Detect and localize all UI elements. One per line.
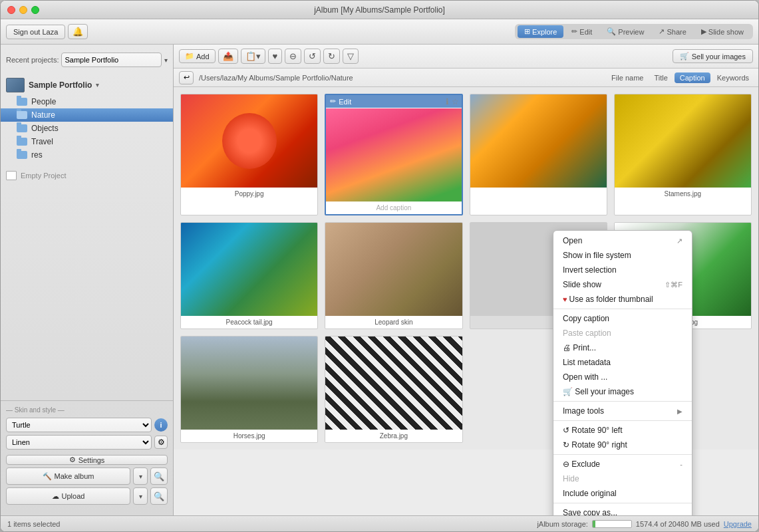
ctx-save-copy[interactable]: Save copy as... <box>553 505 692 515</box>
grid-item-tulips[interactable]: ✏ Edit ℹ ☆ Add caption <box>325 94 462 215</box>
image-zebra <box>325 336 462 430</box>
ctx-show-in-filesystem[interactable]: Show in file system <box>553 248 692 263</box>
sell-images-button[interactable]: 🛒 Sell your images <box>673 49 753 63</box>
ctx-open-with[interactable]: Open with ... <box>553 370 692 384</box>
ctx-copy-caption[interactable]: Copy caption <box>553 311 692 326</box>
meta-caption[interactable]: Caption <box>675 72 710 83</box>
back-button[interactable]: ↩ <box>179 71 194 84</box>
make-album-button[interactable]: 🔨 Make album <box>6 467 130 485</box>
ctx-separator-1 <box>553 309 692 309</box>
tab-explore[interactable]: ⊞ Explore <box>518 25 563 38</box>
skin-info-button[interactable]: i <box>154 418 168 432</box>
meta-labels: File name Title Caption Keywords <box>607 72 753 83</box>
empty-project-item[interactable]: Empty Project <box>1 167 173 184</box>
tab-share[interactable]: ↗ Share <box>652 25 692 38</box>
skin-row: Turtle i <box>6 418 168 432</box>
grid-item-zebra[interactable]: Zebra.jpg <box>325 336 462 443</box>
ctx-sell-images[interactable]: 🛒 Sell your images <box>553 384 692 399</box>
grid-item-stamens[interactable]: Stamens.jpg <box>614 94 752 215</box>
tab-edit[interactable]: ✏ Edit <box>565 25 599 38</box>
make-album-dropdown[interactable]: ▾ <box>133 467 148 485</box>
grid-item-horses[interactable]: Horses.jpg <box>180 336 318 443</box>
sidebar-item-objects[interactable]: Objects <box>1 122 173 135</box>
style-select[interactable]: Linen <box>6 435 152 450</box>
info-icon: ℹ <box>446 97 449 106</box>
grid-item-leopard[interactable]: Leopard skin <box>325 222 462 329</box>
grid-item-label-peacock: Peacock tail.jpg <box>225 316 274 329</box>
sidebar-item-travel[interactable]: Travel <box>1 135 173 148</box>
tab-preview[interactable]: 🔍 Preview <box>600 25 651 38</box>
storage-fill <box>593 521 596 527</box>
sell-icon: 🛒 <box>680 52 689 61</box>
recent-projects-select[interactable]: Sample Portfolio <box>61 53 162 67</box>
grid-item-label-stamens: Stamens.jpg <box>663 188 703 200</box>
upgrade-link[interactable]: Upgrade <box>724 520 752 528</box>
heart-icon: ♥ <box>563 295 569 303</box>
sidebar-item-people[interactable]: People <box>1 95 173 108</box>
project-arrow: ▾ <box>96 82 99 88</box>
upload-row: ☁ Upload ▾ 🔍 <box>6 487 168 505</box>
ctx-separator-2 <box>553 401 692 402</box>
upload-dropdown[interactable]: ▾ <box>133 487 148 505</box>
close-button[interactable] <box>7 6 15 14</box>
grid-item-label-leopard: Leopard skin <box>373 316 414 329</box>
meta-keywords[interactable]: Keywords <box>713 72 753 83</box>
add-icon: 📁 <box>185 52 194 61</box>
folder-icon-travel <box>17 138 27 146</box>
minimize-button[interactable] <box>19 6 27 14</box>
sidebar-item-res[interactable]: res <box>1 148 173 162</box>
ctx-print[interactable]: 🖨 Print... <box>553 340 692 355</box>
zoom-button[interactable]: 🔍 <box>150 467 168 485</box>
ctx-image-tools[interactable]: Image tools ▶ <box>553 404 692 418</box>
ctx-open[interactable]: Open ↗ <box>553 233 692 248</box>
ctx-list-metadata[interactable]: List metadata <box>553 355 692 370</box>
notification-button[interactable]: 🔔 <box>68 24 88 39</box>
make-album-row: 🔨 Make album ▾ 🔍 <box>6 467 168 485</box>
tab-slideshow[interactable]: ▶ Slide show <box>694 25 750 38</box>
ctx-slideshow[interactable]: Slide show ⇧⌘F <box>553 277 692 292</box>
storage-progress <box>592 520 632 528</box>
ctx-rotate-left[interactable]: ↺ Rotate 90° left <box>553 423 692 438</box>
image-horses <box>181 336 317 430</box>
grid-item-peacock[interactable]: Peacock tail.jpg <box>180 222 318 329</box>
folder-icon-nature <box>17 111 27 119</box>
caption-placeholder[interactable]: Add caption <box>375 201 412 214</box>
settings-button[interactable]: ⚙ Settings <box>6 455 168 465</box>
ctx-invert-selection[interactable]: Invert selection <box>553 263 692 277</box>
explore-icon: ⊞ <box>524 27 530 36</box>
search-button[interactable]: 🔍 <box>150 487 168 505</box>
top-toolbar: Sign out Laza 🔔 ⊞ Explore ✏ Edit 🔍 Previ… <box>1 19 758 45</box>
ctx-rotate-right[interactable]: ↻ Rotate 90° right <box>553 438 692 452</box>
filter-button[interactable]: ▽ <box>343 49 359 64</box>
meta-filename[interactable]: File name <box>607 72 647 83</box>
submenu-arrow: ▶ <box>677 408 683 415</box>
sign-out-button[interactable]: Sign out Laza <box>6 25 65 39</box>
rotate-right-button[interactable]: ↻ <box>323 49 340 64</box>
make-album-icon: 🔨 <box>43 472 52 481</box>
grid-context-container: Poppy.jpg ✏ Edit ℹ ☆ Add caption <box>174 87 758 515</box>
sidebar-item-nature[interactable]: Nature <box>1 108 173 122</box>
add-button[interactable]: 📁 Add <box>179 49 216 63</box>
style-gear-button[interactable]: ⚙ <box>154 436 168 449</box>
rotate-left-button[interactable]: ↺ <box>304 49 321 64</box>
maximize-button[interactable] <box>31 6 39 14</box>
grid-item-poppy[interactable]: Poppy.jpg <box>180 94 318 215</box>
copy-dropdown-button[interactable]: 📋▾ <box>241 49 265 64</box>
preview-icon: 🔍 <box>607 27 616 36</box>
upload-button[interactable]: ☁ Upload <box>6 487 130 505</box>
meta-title[interactable]: Title <box>650 72 671 83</box>
project-header[interactable]: Sample Portfolio ▾ <box>1 75 173 95</box>
edit-overlay: ✏ Edit <box>326 95 461 108</box>
ctx-include-original[interactable]: Include original <box>553 486 692 501</box>
favorite-button[interactable]: ♥ <box>268 49 283 64</box>
grid-item-butterfly[interactable] <box>470 94 607 215</box>
move-button[interactable]: 📤 <box>218 49 238 64</box>
exclude-button[interactable]: ⊖ <box>285 49 301 64</box>
ctx-folder-thumbnail[interactable]: ♥ Use as folder thumbnail <box>553 292 692 307</box>
ctx-exclude[interactable]: ⊖ Exclude - <box>553 457 692 471</box>
ctx-separator-4 <box>553 454 692 455</box>
skin-select[interactable]: Turtle <box>6 418 152 432</box>
app-window: jAlbum [My Albums/Sample Portfolio] Sign… <box>0 0 759 532</box>
main-area: Recent projects: Sample Portfolio ▾ Samp… <box>1 45 758 515</box>
meta-path-bar: ↩ /Users/laza/My Albums/Sample Portfolio… <box>174 68 758 87</box>
